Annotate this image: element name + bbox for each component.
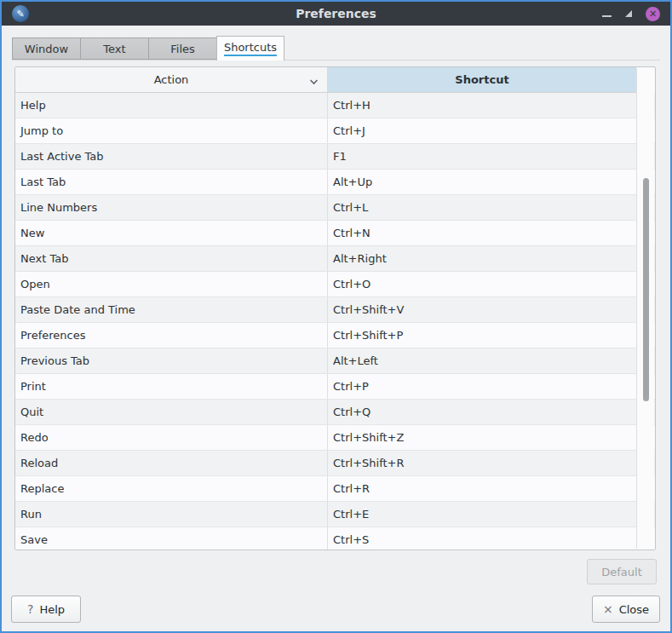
table-row[interactable]: SaveCtrl+S [15, 527, 655, 550]
table-row[interactable]: ReloadCtrl+Shift+R [15, 451, 655, 476]
table-row[interactable]: Last Active TabF1 [15, 144, 655, 170]
tab-bar: Window Text Files Shortcuts [12, 36, 660, 60]
default-button[interactable]: Default [587, 559, 657, 584]
table-row[interactable]: RedoCtrl+Shift+Z [15, 425, 655, 451]
preferences-dialog: ✎ Preferences ✕ Window Text Files Shortc… [0, 0, 672, 633]
close-button[interactable]: × Close [592, 596, 660, 623]
vertical-scrollbar[interactable] [636, 68, 654, 549]
table-row[interactable]: Paste Date and TimeCtrl+Shift+V [15, 297, 655, 323]
table-row[interactable]: HelpCtrl+H [15, 93, 655, 118]
window-controls: ✕ [602, 2, 660, 26]
minimize-icon [602, 15, 612, 17]
titlebar: ✎ Preferences ✕ [2, 2, 670, 26]
table-header: Action Shortcut [15, 67, 655, 93]
restore-button[interactable] [623, 9, 634, 19]
table-row[interactable]: Line NumbersCtrl+L [15, 195, 655, 221]
scrollbar-thumb[interactable] [643, 178, 649, 401]
table-row[interactable]: PreferencesCtrl+Shift+P [15, 323, 655, 348]
close-x-icon: ✕ [649, 9, 657, 19]
tab-shortcuts[interactable]: Shortcuts [216, 36, 284, 60]
restore-icon [623, 9, 634, 19]
table-row[interactable]: ReplaceCtrl+R [15, 476, 655, 502]
table-row[interactable]: RunCtrl+E [15, 502, 655, 527]
table-row[interactable]: OpenCtrl+O [15, 272, 655, 297]
table-row[interactable]: Jump toCtrl+J [15, 118, 655, 144]
table-row[interactable]: QuitCtrl+Q [15, 400, 655, 425]
tab-text[interactable]: Text [80, 37, 148, 60]
close-x-glyph-icon: × [603, 602, 613, 616]
table-row[interactable]: PrintCtrl+P [15, 374, 655, 400]
close-window-button[interactable]: ✕ [646, 7, 660, 21]
help-button[interactable]: ? Help [11, 596, 81, 623]
shortcuts-table: Action Shortcut HelpCtrl+H Jump toCtrl+J… [14, 66, 656, 550]
table-row[interactable]: Last TabAlt+Up [15, 170, 655, 195]
chevron-down-icon [310, 77, 317, 83]
window-title: Preferences [2, 7, 670, 20]
column-header-shortcut[interactable]: Shortcut [328, 67, 636, 93]
table-body: HelpCtrl+H Jump toCtrl+J Last Active Tab… [15, 93, 655, 550]
minimize-button[interactable] [602, 10, 612, 17]
table-row[interactable]: Next TabAlt+Right [15, 246, 655, 272]
column-header-action[interactable]: Action [15, 67, 328, 93]
tab-files[interactable]: Files [148, 37, 216, 60]
tab-window[interactable]: Window [12, 37, 80, 60]
question-mark-icon: ? [27, 602, 33, 616]
table-row[interactable]: NewCtrl+N [15, 221, 655, 246]
table-row[interactable]: Previous TabAlt+Left [15, 348, 655, 374]
